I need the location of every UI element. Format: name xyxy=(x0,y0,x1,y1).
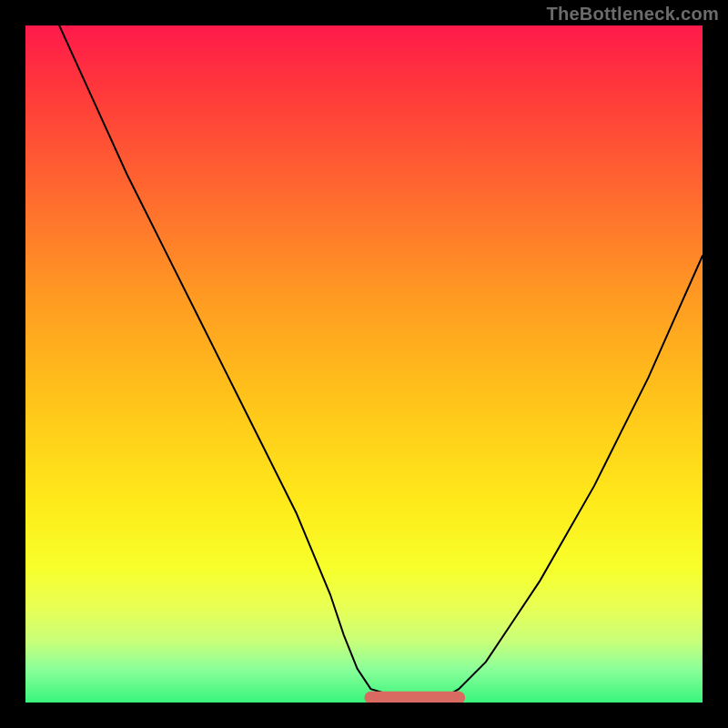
attribution-text: TheBottleneck.com xyxy=(546,4,719,25)
plot-area xyxy=(25,25,703,703)
chart-svg xyxy=(25,25,703,703)
curve-line xyxy=(59,25,703,699)
chart-frame: TheBottleneck.com xyxy=(0,0,728,728)
